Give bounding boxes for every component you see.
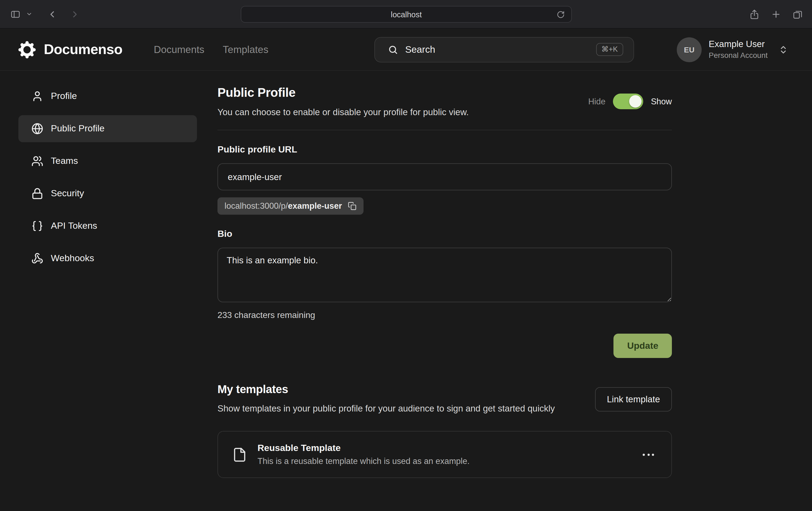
profile-url-label: Public profile URL bbox=[218, 144, 672, 155]
sidebar-item-label: Webhooks bbox=[51, 253, 94, 264]
lock-icon bbox=[31, 188, 43, 200]
my-templates-title: My templates bbox=[218, 383, 555, 396]
share-icon[interactable] bbox=[747, 7, 761, 21]
app-header: Documenso Documents Templates Search ⌘+K… bbox=[0, 29, 812, 71]
public-url-chip[interactable]: localhost:3000/p/example-user bbox=[218, 198, 364, 215]
public-url-prefix: localhost:3000/p/ bbox=[225, 201, 288, 210]
sidebar-item-label: Public Profile bbox=[51, 123, 105, 134]
sidebar-item-api-tokens[interactable]: API Tokens bbox=[19, 212, 197, 240]
search-input[interactable]: Search ⌘+K bbox=[374, 37, 634, 62]
top-nav: Documents Templates bbox=[154, 43, 268, 55]
back-icon[interactable] bbox=[45, 7, 59, 21]
search-icon bbox=[388, 44, 398, 55]
documenso-logo-icon bbox=[17, 40, 37, 59]
divider bbox=[218, 130, 672, 130]
brand[interactable]: Documenso bbox=[0, 40, 122, 59]
page-title: Public Profile bbox=[218, 85, 469, 100]
update-button[interactable]: Update bbox=[614, 334, 672, 358]
template-row: Reusable Template This is a reusable tem… bbox=[218, 431, 672, 478]
forward-icon[interactable] bbox=[68, 7, 82, 21]
sidebar-item-profile[interactable]: Profile bbox=[19, 83, 197, 110]
public-profile-settings: Public Profile You can choose to enable … bbox=[218, 71, 672, 478]
template-actions-menu-icon[interactable] bbox=[638, 449, 658, 460]
profile-url-input[interactable] bbox=[218, 163, 672, 190]
chevron-down-icon[interactable] bbox=[22, 7, 36, 21]
sidebar-item-webhooks[interactable]: Webhooks bbox=[19, 245, 197, 272]
webhook-icon bbox=[31, 252, 43, 264]
file-icon bbox=[232, 446, 247, 463]
characters-remaining: 233 characters remaining bbox=[218, 310, 672, 320]
hide-label: Hide bbox=[588, 96, 606, 106]
account-type: Personal Account bbox=[709, 51, 767, 60]
avatar: EU bbox=[677, 37, 702, 62]
browser-chrome: localhost bbox=[0, 0, 812, 29]
braces-icon bbox=[31, 220, 43, 232]
sidebar-item-security[interactable]: Security bbox=[19, 180, 197, 207]
sidebar-toggle-icon[interactable] bbox=[8, 7, 22, 21]
public-url-slug: example-user bbox=[288, 201, 342, 210]
search-shortcut-badge: ⌘+K bbox=[596, 43, 623, 56]
tab-overview-icon[interactable] bbox=[790, 7, 805, 21]
user-icon bbox=[31, 90, 43, 102]
brand-name: Documenso bbox=[44, 41, 122, 58]
sidebar-item-label: Profile bbox=[51, 91, 77, 102]
new-tab-icon[interactable] bbox=[769, 7, 783, 21]
sidebar-item-label: API Tokens bbox=[51, 221, 97, 232]
user-name: Example User bbox=[709, 39, 767, 50]
template-description: This is a reusable template which is use… bbox=[258, 457, 470, 467]
link-template-button[interactable]: Link template bbox=[595, 387, 672, 411]
page-description: You can choose to enable or disable your… bbox=[218, 107, 469, 117]
nav-documents[interactable]: Documents bbox=[154, 43, 204, 55]
users-icon bbox=[31, 155, 43, 167]
nav-templates[interactable]: Templates bbox=[223, 43, 269, 55]
profile-visibility-toggle[interactable] bbox=[613, 94, 643, 109]
reload-icon[interactable] bbox=[557, 10, 565, 19]
sidebar-item-public-profile[interactable]: Public Profile bbox=[19, 115, 197, 142]
template-name: Reusable Template bbox=[258, 443, 470, 454]
browser-url-text: localhost bbox=[391, 10, 422, 19]
bio-label: Bio bbox=[218, 229, 672, 240]
chevrons-up-down-icon bbox=[779, 44, 788, 54]
screen: localhost Documens bbox=[0, 0, 812, 511]
sidebar-item-label: Teams bbox=[51, 156, 78, 167]
sidebar-item-teams[interactable]: Teams bbox=[19, 148, 197, 175]
copy-icon[interactable] bbox=[348, 202, 356, 210]
globe-icon bbox=[31, 123, 43, 134]
show-label: Show bbox=[651, 96, 672, 106]
bio-textarea[interactable]: This is an example bio. bbox=[218, 248, 672, 302]
app-body: Profile Public Profile Teams Security AP… bbox=[0, 71, 812, 478]
sidebar-item-label: Security bbox=[51, 188, 84, 199]
toggle-knob bbox=[629, 95, 642, 108]
browser-url-field[interactable]: localhost bbox=[241, 6, 572, 23]
search-placeholder: Search bbox=[405, 44, 589, 55]
settings-sidebar: Profile Public Profile Teams Security AP… bbox=[0, 71, 199, 277]
my-templates-description: Show templates in your public profile fo… bbox=[218, 401, 555, 416]
account-menu[interactable]: EU Example User Personal Account bbox=[677, 37, 788, 62]
visibility-toggle-group: Hide Show bbox=[588, 94, 672, 109]
